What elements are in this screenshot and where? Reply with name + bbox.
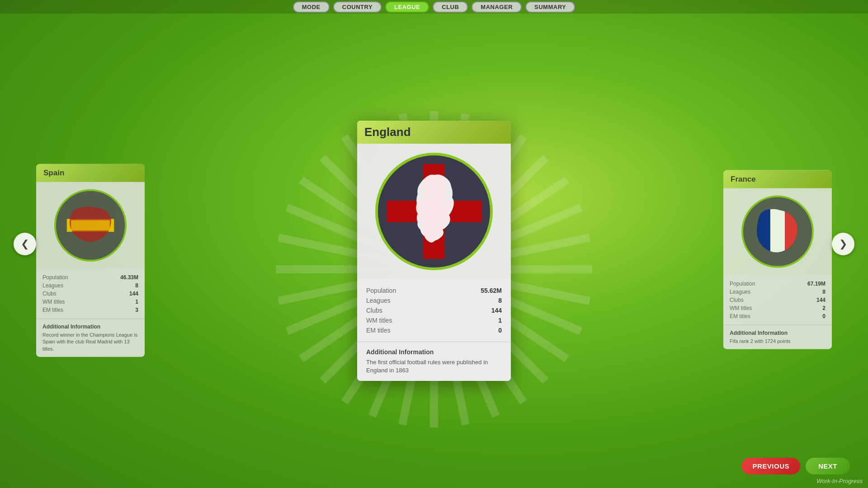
france-population-row: Population 67.19M bbox=[730, 280, 826, 288]
france-clubs-value: 144 bbox=[816, 297, 826, 303]
england-population-label: Population bbox=[366, 287, 396, 294]
france-flag-container bbox=[723, 188, 832, 275]
england-leagues-value: 8 bbox=[498, 297, 502, 304]
spain-leagues-label: Leagues bbox=[42, 282, 63, 289]
tab-mode[interactable]: MODE bbox=[293, 1, 330, 13]
france-em-label: EM titles bbox=[730, 313, 750, 319]
france-additional-info: Additional Information Fifa rank 2 with … bbox=[723, 325, 832, 349]
spain-population-label: Population bbox=[42, 274, 68, 281]
england-clubs-row: Clubs 144 bbox=[366, 305, 502, 315]
spain-additional-info: Additional Information Record winner in … bbox=[36, 319, 145, 357]
bottom-buttons: PREVIOUS NEXT bbox=[741, 458, 850, 474]
wip-label: Work-In-Progress bbox=[816, 478, 863, 484]
france-leagues-label: Leagues bbox=[730, 289, 750, 295]
spain-em-row: EM titles 3 bbox=[42, 306, 138, 314]
tab-manager[interactable]: MANAGER bbox=[472, 1, 522, 13]
england-stats: Population 55.62M Leagues 8 Clubs 144 WM… bbox=[357, 279, 511, 342]
france-clubs-label: Clubs bbox=[730, 297, 744, 303]
spain-card-header: Spain bbox=[36, 164, 145, 182]
england-leagues-label: Leagues bbox=[366, 297, 391, 304]
england-wm-row: WM titles 1 bbox=[366, 315, 502, 325]
spain-clubs-row: Clubs 144 bbox=[42, 290, 138, 298]
spain-population-row: Population 46.33M bbox=[42, 273, 138, 282]
spain-wm-row: WM titles 1 bbox=[42, 298, 138, 306]
spain-em-label: EM titles bbox=[42, 307, 63, 313]
spain-flag-circle bbox=[54, 189, 127, 262]
spain-additional-text: Record winner in the Champions League is… bbox=[42, 332, 138, 352]
england-additional-text: The first official football rules were p… bbox=[366, 358, 502, 375]
england-population-row: Population 55.62M bbox=[366, 286, 502, 296]
france-leagues-row: Leagues 8 bbox=[730, 288, 826, 296]
england-em-value: 0 bbox=[498, 327, 502, 334]
england-em-row: EM titles 0 bbox=[366, 325, 502, 335]
france-wm-label: WM titles bbox=[730, 305, 752, 311]
spain-card[interactable]: Spain Population 46.33M bbox=[36, 164, 145, 357]
france-additional-title: Additional Information bbox=[730, 330, 826, 336]
svg-rect-35 bbox=[71, 220, 110, 230]
england-leagues-row: Leagues 8 bbox=[366, 296, 502, 305]
france-wm-row: WM titles 2 bbox=[730, 304, 826, 312]
top-navigation: MODE COUNTRY LEAGUE CLUB MANAGER SUMMARY bbox=[0, 0, 868, 14]
tab-country[interactable]: COUNTRY bbox=[333, 1, 382, 13]
spain-flag-container bbox=[36, 182, 145, 269]
previous-button[interactable]: PREVIOUS bbox=[741, 458, 800, 474]
france-card[interactable]: France bbox=[723, 170, 832, 349]
england-flag-circle bbox=[375, 153, 493, 270]
england-card-header: England bbox=[357, 121, 511, 144]
france-card-header: France bbox=[723, 170, 832, 188]
next-button[interactable]: NEXT bbox=[806, 458, 850, 474]
england-card[interactable]: England Population 55.62M Le bbox=[357, 121, 511, 381]
tab-club[interactable]: CLUB bbox=[433, 1, 468, 13]
france-em-value: 0 bbox=[822, 313, 826, 319]
spain-additional-title: Additional Information bbox=[42, 324, 138, 330]
spain-clubs-value: 144 bbox=[129, 291, 138, 297]
spain-leagues-row: Leagues 8 bbox=[42, 282, 138, 290]
france-population-label: Population bbox=[730, 281, 755, 287]
france-flag-circle bbox=[741, 196, 814, 268]
spain-population-value: 46.33M bbox=[120, 274, 138, 281]
next-arrow[interactable]: ❯ bbox=[832, 233, 854, 255]
spain-leagues-value: 8 bbox=[135, 282, 138, 289]
chevron-left-icon: ❮ bbox=[21, 238, 29, 250]
france-stats: Population 67.19M Leagues 8 Clubs 144 WM… bbox=[723, 275, 832, 325]
england-wm-label: WM titles bbox=[366, 317, 392, 324]
main-content: Spain Population 46.33M bbox=[0, 14, 868, 488]
england-population-value: 55.62M bbox=[481, 287, 502, 294]
france-clubs-row: Clubs 144 bbox=[730, 296, 826, 304]
france-additional-text: Fifa rank 2 with 1724 points bbox=[730, 338, 826, 345]
spain-em-value: 3 bbox=[135, 307, 138, 313]
england-em-label: EM titles bbox=[366, 327, 391, 334]
england-additional-info: Additional Information The first officia… bbox=[357, 342, 511, 381]
england-clubs-value: 144 bbox=[491, 307, 502, 314]
chevron-right-icon: ❯ bbox=[839, 238, 847, 250]
england-title: England bbox=[364, 125, 411, 139]
england-flag-container bbox=[357, 144, 511, 279]
france-title: France bbox=[731, 175, 756, 184]
france-leagues-value: 8 bbox=[822, 289, 826, 295]
france-population-value: 67.19M bbox=[807, 281, 826, 287]
spain-clubs-label: Clubs bbox=[42, 291, 57, 297]
tab-summary[interactable]: SUMMARY bbox=[525, 1, 575, 13]
france-em-row: EM titles 0 bbox=[730, 312, 826, 320]
spain-wm-value: 1 bbox=[135, 299, 138, 305]
tab-league[interactable]: LEAGUE bbox=[385, 1, 429, 13]
spain-stats: Population 46.33M Leagues 8 Clubs 144 WM… bbox=[36, 269, 145, 319]
spain-title: Spain bbox=[43, 169, 64, 178]
england-additional-title: Additional Information bbox=[366, 348, 502, 356]
spain-wm-label: WM titles bbox=[42, 299, 65, 305]
svg-rect-41 bbox=[770, 208, 785, 256]
england-clubs-label: Clubs bbox=[366, 307, 382, 314]
prev-arrow[interactable]: ❮ bbox=[14, 233, 36, 255]
england-wm-value: 1 bbox=[498, 317, 502, 324]
france-wm-value: 2 bbox=[822, 305, 826, 311]
